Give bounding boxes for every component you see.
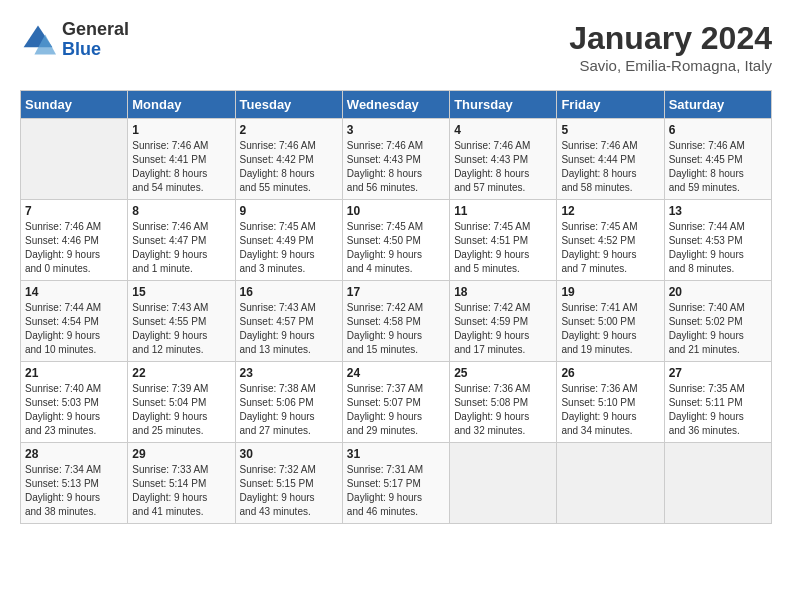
day-number: 29 xyxy=(132,447,230,461)
calendar-week-row: 21Sunrise: 7:40 AM Sunset: 5:03 PM Dayli… xyxy=(21,362,772,443)
calendar-table: SundayMondayTuesdayWednesdayThursdayFrid… xyxy=(20,90,772,524)
calendar-cell: 27Sunrise: 7:35 AM Sunset: 5:11 PM Dayli… xyxy=(664,362,771,443)
calendar-cell: 19Sunrise: 7:41 AM Sunset: 5:00 PM Dayli… xyxy=(557,281,664,362)
calendar-cell: 8Sunrise: 7:46 AM Sunset: 4:47 PM Daylig… xyxy=(128,200,235,281)
cell-info: Sunrise: 7:43 AM Sunset: 4:55 PM Dayligh… xyxy=(132,301,230,357)
location-title: Savio, Emilia-Romagna, Italy xyxy=(569,57,772,74)
calendar-cell xyxy=(557,443,664,524)
day-number: 21 xyxy=(25,366,123,380)
cell-info: Sunrise: 7:40 AM Sunset: 5:02 PM Dayligh… xyxy=(669,301,767,357)
day-number: 16 xyxy=(240,285,338,299)
calendar-week-row: 7Sunrise: 7:46 AM Sunset: 4:46 PM Daylig… xyxy=(21,200,772,281)
calendar-cell xyxy=(450,443,557,524)
weekday-header-thursday: Thursday xyxy=(450,91,557,119)
cell-info: Sunrise: 7:31 AM Sunset: 5:17 PM Dayligh… xyxy=(347,463,445,519)
calendar-cell: 1Sunrise: 7:46 AM Sunset: 4:41 PM Daylig… xyxy=(128,119,235,200)
calendar-cell: 17Sunrise: 7:42 AM Sunset: 4:58 PM Dayli… xyxy=(342,281,449,362)
calendar-cell: 23Sunrise: 7:38 AM Sunset: 5:06 PM Dayli… xyxy=(235,362,342,443)
cell-info: Sunrise: 7:40 AM Sunset: 5:03 PM Dayligh… xyxy=(25,382,123,438)
day-number: 20 xyxy=(669,285,767,299)
calendar-cell: 24Sunrise: 7:37 AM Sunset: 5:07 PM Dayli… xyxy=(342,362,449,443)
calendar-cell: 15Sunrise: 7:43 AM Sunset: 4:55 PM Dayli… xyxy=(128,281,235,362)
day-number: 17 xyxy=(347,285,445,299)
calendar-cell: 20Sunrise: 7:40 AM Sunset: 5:02 PM Dayli… xyxy=(664,281,771,362)
day-number: 6 xyxy=(669,123,767,137)
day-number: 15 xyxy=(132,285,230,299)
calendar-cell: 13Sunrise: 7:44 AM Sunset: 4:53 PM Dayli… xyxy=(664,200,771,281)
calendar-cell xyxy=(664,443,771,524)
calendar-cell: 16Sunrise: 7:43 AM Sunset: 4:57 PM Dayli… xyxy=(235,281,342,362)
cell-info: Sunrise: 7:45 AM Sunset: 4:51 PM Dayligh… xyxy=(454,220,552,276)
cell-info: Sunrise: 7:33 AM Sunset: 5:14 PM Dayligh… xyxy=(132,463,230,519)
calendar-cell: 12Sunrise: 7:45 AM Sunset: 4:52 PM Dayli… xyxy=(557,200,664,281)
calendar-cell: 14Sunrise: 7:44 AM Sunset: 4:54 PM Dayli… xyxy=(21,281,128,362)
calendar-cell: 10Sunrise: 7:45 AM Sunset: 4:50 PM Dayli… xyxy=(342,200,449,281)
logo-text: General Blue xyxy=(62,20,129,60)
calendar-cell: 11Sunrise: 7:45 AM Sunset: 4:51 PM Dayli… xyxy=(450,200,557,281)
day-number: 7 xyxy=(25,204,123,218)
weekday-header-wednesday: Wednesday xyxy=(342,91,449,119)
day-number: 26 xyxy=(561,366,659,380)
day-number: 22 xyxy=(132,366,230,380)
weekday-header-monday: Monday xyxy=(128,91,235,119)
day-number: 19 xyxy=(561,285,659,299)
calendar-cell: 5Sunrise: 7:46 AM Sunset: 4:44 PM Daylig… xyxy=(557,119,664,200)
cell-info: Sunrise: 7:46 AM Sunset: 4:45 PM Dayligh… xyxy=(669,139,767,195)
calendar-cell: 28Sunrise: 7:34 AM Sunset: 5:13 PM Dayli… xyxy=(21,443,128,524)
calendar-cell: 3Sunrise: 7:46 AM Sunset: 4:43 PM Daylig… xyxy=(342,119,449,200)
calendar-cell: 9Sunrise: 7:45 AM Sunset: 4:49 PM Daylig… xyxy=(235,200,342,281)
month-title: January 2024 xyxy=(569,20,772,57)
cell-info: Sunrise: 7:46 AM Sunset: 4:42 PM Dayligh… xyxy=(240,139,338,195)
day-number: 1 xyxy=(132,123,230,137)
calendar-cell: 21Sunrise: 7:40 AM Sunset: 5:03 PM Dayli… xyxy=(21,362,128,443)
cell-info: Sunrise: 7:44 AM Sunset: 4:54 PM Dayligh… xyxy=(25,301,123,357)
calendar-week-row: 1Sunrise: 7:46 AM Sunset: 4:41 PM Daylig… xyxy=(21,119,772,200)
day-number: 25 xyxy=(454,366,552,380)
cell-info: Sunrise: 7:42 AM Sunset: 4:58 PM Dayligh… xyxy=(347,301,445,357)
cell-info: Sunrise: 7:32 AM Sunset: 5:15 PM Dayligh… xyxy=(240,463,338,519)
title-block: January 2024 Savio, Emilia-Romagna, Ital… xyxy=(569,20,772,74)
calendar-week-row: 14Sunrise: 7:44 AM Sunset: 4:54 PM Dayli… xyxy=(21,281,772,362)
cell-info: Sunrise: 7:38 AM Sunset: 5:06 PM Dayligh… xyxy=(240,382,338,438)
cell-info: Sunrise: 7:46 AM Sunset: 4:41 PM Dayligh… xyxy=(132,139,230,195)
calendar-cell: 7Sunrise: 7:46 AM Sunset: 4:46 PM Daylig… xyxy=(21,200,128,281)
day-number: 5 xyxy=(561,123,659,137)
cell-info: Sunrise: 7:46 AM Sunset: 4:44 PM Dayligh… xyxy=(561,139,659,195)
calendar-cell: 25Sunrise: 7:36 AM Sunset: 5:08 PM Dayli… xyxy=(450,362,557,443)
calendar-cell: 31Sunrise: 7:31 AM Sunset: 5:17 PM Dayli… xyxy=(342,443,449,524)
logo-icon xyxy=(20,22,56,58)
cell-info: Sunrise: 7:46 AM Sunset: 4:43 PM Dayligh… xyxy=(454,139,552,195)
day-number: 10 xyxy=(347,204,445,218)
day-number: 18 xyxy=(454,285,552,299)
calendar-cell: 30Sunrise: 7:32 AM Sunset: 5:15 PM Dayli… xyxy=(235,443,342,524)
calendar-cell: 2Sunrise: 7:46 AM Sunset: 4:42 PM Daylig… xyxy=(235,119,342,200)
cell-info: Sunrise: 7:34 AM Sunset: 5:13 PM Dayligh… xyxy=(25,463,123,519)
cell-info: Sunrise: 7:36 AM Sunset: 5:10 PM Dayligh… xyxy=(561,382,659,438)
cell-info: Sunrise: 7:36 AM Sunset: 5:08 PM Dayligh… xyxy=(454,382,552,438)
day-number: 2 xyxy=(240,123,338,137)
day-number: 28 xyxy=(25,447,123,461)
cell-info: Sunrise: 7:46 AM Sunset: 4:47 PM Dayligh… xyxy=(132,220,230,276)
calendar-cell: 6Sunrise: 7:46 AM Sunset: 4:45 PM Daylig… xyxy=(664,119,771,200)
day-number: 31 xyxy=(347,447,445,461)
day-number: 12 xyxy=(561,204,659,218)
cell-info: Sunrise: 7:45 AM Sunset: 4:49 PM Dayligh… xyxy=(240,220,338,276)
cell-info: Sunrise: 7:45 AM Sunset: 4:50 PM Dayligh… xyxy=(347,220,445,276)
cell-info: Sunrise: 7:43 AM Sunset: 4:57 PM Dayligh… xyxy=(240,301,338,357)
day-number: 30 xyxy=(240,447,338,461)
day-number: 4 xyxy=(454,123,552,137)
weekday-header-sunday: Sunday xyxy=(21,91,128,119)
cell-info: Sunrise: 7:37 AM Sunset: 5:07 PM Dayligh… xyxy=(347,382,445,438)
day-number: 24 xyxy=(347,366,445,380)
day-number: 8 xyxy=(132,204,230,218)
cell-info: Sunrise: 7:46 AM Sunset: 4:46 PM Dayligh… xyxy=(25,220,123,276)
day-number: 14 xyxy=(25,285,123,299)
cell-info: Sunrise: 7:45 AM Sunset: 4:52 PM Dayligh… xyxy=(561,220,659,276)
logo: General Blue xyxy=(20,20,129,60)
cell-info: Sunrise: 7:39 AM Sunset: 5:04 PM Dayligh… xyxy=(132,382,230,438)
cell-info: Sunrise: 7:46 AM Sunset: 4:43 PM Dayligh… xyxy=(347,139,445,195)
calendar-cell: 26Sunrise: 7:36 AM Sunset: 5:10 PM Dayli… xyxy=(557,362,664,443)
day-number: 11 xyxy=(454,204,552,218)
day-number: 3 xyxy=(347,123,445,137)
weekday-header-saturday: Saturday xyxy=(664,91,771,119)
